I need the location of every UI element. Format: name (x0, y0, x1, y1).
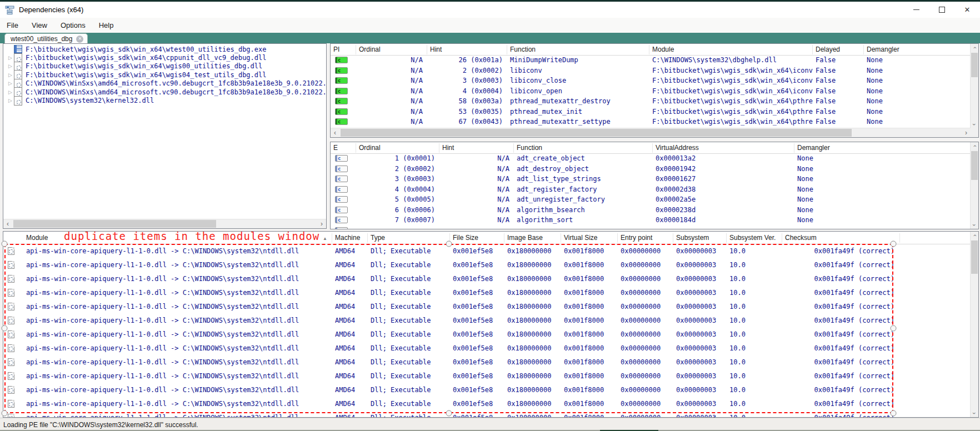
tree-horizontal-scrollbar[interactable]: ‹ › (3, 219, 326, 228)
exports-col-e[interactable]: E (331, 143, 356, 153)
module-row[interactable]: api-ms-win-core-apiquery-l1-1-0.dll -> C… (3, 369, 978, 383)
import-row[interactable]: c N/A 4 (0x0004) libiconv_open F:\bitbuc… (331, 86, 978, 97)
scroll-up-icon[interactable]: › (971, 232, 978, 239)
imports-col-function[interactable]: Function (507, 45, 649, 54)
modules-vertical-scrollbar[interactable]: › › (970, 232, 978, 417)
dll-file-icon (8, 372, 14, 380)
scroll-up-icon[interactable]: › (971, 142, 978, 150)
module-row[interactable]: api-ms-win-core-apiquery-l1-1-0.dll -> C… (3, 285, 978, 299)
menu-item[interactable]: File (0, 21, 25, 29)
scroll-up-icon[interactable]: › (971, 44, 978, 52)
scroll-right-icon[interactable]: › (962, 128, 971, 137)
close-button[interactable]: ✕ (954, 2, 980, 18)
menu-item[interactable]: Options (54, 21, 92, 29)
modules-col-machine[interactable]: Machine (332, 233, 368, 243)
import-row[interactable]: c N/A 67 (0x0043) pthread_mutexattr_sett… (331, 117, 978, 127)
scrollbar-thumb[interactable] (971, 151, 978, 180)
tree-item[interactable]: ▷ F:\bitbucket\wgis\wgis_sdk\win_x64\wgi… (3, 71, 326, 79)
expander-icon[interactable]: ▷ (7, 55, 14, 61)
module-row[interactable]: api-ms-win-core-apiquery-l1-1-1.dll -> C… (3, 410, 978, 418)
tab-wtest00-utilities-dbg[interactable]: wtest00_utilities_dbg ✕ (4, 33, 88, 44)
imports-header: PI Ordinal Hint Function Module Delayed … (331, 44, 978, 56)
imports-col-pi[interactable]: PI (331, 45, 356, 54)
minimize-button[interactable] (903, 2, 929, 18)
tree-item[interactable]: ▷ F:\bitbucket\wgis\wgis_sdk\win_x64\cpp… (3, 53, 326, 62)
scroll-left-icon[interactable]: ‹ (3, 219, 12, 228)
module-row[interactable]: api-ms-win-core-apiquery-l1-1-0.dll -> C… (3, 327, 978, 341)
exports-col-ordinal[interactable]: Ordinal (356, 143, 439, 153)
exports-col-demangler[interactable]: Demangler (794, 143, 978, 153)
imports-horizontal-scrollbar[interactable]: ‹ › (331, 128, 971, 137)
modules-col-filesize[interactable]: File Size (450, 233, 504, 243)
export-row[interactable]: c 2 (0x0002) N/A adt_destroy_object 0x00… (331, 164, 978, 174)
modules-col-checksum[interactable]: Checksum (782, 233, 900, 243)
exports-vertical-scrollbar[interactable]: › › (970, 142, 978, 229)
modules-col-subsystem[interactable]: Subsystem (673, 233, 727, 243)
imports-col-ordinal[interactable]: Ordinal (356, 45, 427, 54)
expander-icon[interactable]: ▷ (7, 72, 14, 78)
expander-icon[interactable]: ▷ (7, 81, 14, 86)
export-row[interactable]: c 3 (0x0003) N/A adt_list_type_strings 0… (331, 174, 978, 184)
imports-rows: c N/A 26 (0x001a) MiniDumpWriteDump C:\W… (331, 55, 978, 129)
import-row[interactable]: c N/A 3 (0x0003) libiconv_close F:\bitbu… (331, 76, 978, 86)
module-row[interactable]: api-ms-win-core-apiquery-l1-1-0.dll -> C… (3, 299, 978, 313)
maximize-button[interactable] (929, 2, 954, 18)
module-row[interactable]: api-ms-win-core-apiquery-l1-1-0.dll -> C… (3, 258, 978, 272)
import-row[interactable]: c N/A 26 (0x001a) MiniDumpWriteDump C:\W… (331, 55, 978, 66)
imports-col-hint[interactable]: Hint (427, 45, 507, 54)
modules-col-entrypoint[interactable]: Entry point (618, 233, 673, 243)
imports-vertical-scrollbar[interactable]: › › (970, 44, 978, 128)
import-demangler: None (864, 108, 978, 116)
scroll-right-icon[interactable]: › (317, 219, 326, 228)
module-row[interactable]: api-ms-win-core-apiquery-l1-1-0.dll -> C… (3, 341, 978, 355)
tree-item[interactable]: ▷ C:\WINDOWS\system32\kernel32.dll (3, 96, 326, 104)
export-row[interactable]: c 1 (0x0001) N/A adt_create_object 0x000… (331, 153, 978, 164)
tree-item[interactable]: ▷ C:\WINDOWS\WinSxs\amd64_microsoft.vc90… (3, 88, 326, 96)
export-row[interactable]: c 4 (0x0004) N/A adt_register_factory 0x… (331, 184, 978, 195)
expander-icon[interactable]: ▷ (7, 63, 14, 69)
export-row[interactable]: c (331, 225, 978, 230)
modules-col-subsystemver[interactable]: Subsystem Ver. (727, 233, 782, 243)
expander-icon[interactable]: ▷ (7, 98, 14, 103)
module-entrypoint: 0x00000000 (618, 372, 673, 380)
module-row[interactable]: api-ms-win-core-apiquery-l1-1-0.dll -> C… (3, 383, 978, 397)
import-row[interactable]: c N/A 53 (0x0035) pthread_mutex_init F:\… (331, 107, 978, 117)
module-row[interactable]: api-ms-win-core-apiquery-l1-1-0.dll -> C… (3, 397, 978, 410)
dll-file-icon (8, 386, 14, 394)
scroll-down-icon[interactable]: › (971, 221, 978, 229)
import-function: libiconv (507, 67, 649, 74)
modules-col-imagebase[interactable]: Image Base (504, 233, 561, 243)
modules-col-virtualsize[interactable]: Virtual Size (561, 233, 618, 243)
imports-col-module[interactable]: Module (649, 45, 813, 54)
exports-col-function[interactable]: Function (514, 143, 653, 153)
menu-item[interactable]: View (25, 21, 54, 29)
exports-col-hint[interactable]: Hint (439, 143, 514, 153)
tree-item[interactable]: ▷ C:\WINDOWS\WinSxs\amd64_microsoft.vc90… (3, 79, 326, 88)
module-row[interactable]: api-ms-win-core-apiquery-l1-1-0.dll -> C… (3, 355, 978, 369)
tree-item[interactable]: ▷ F:\bitbucket\wgis\wgis_sdk\win_x64\wgi… (3, 62, 326, 71)
scrollbar-thumb[interactable] (971, 240, 978, 274)
import-row[interactable]: c N/A 2 (0x0002) libiconv F:\bitbucket\w… (331, 66, 978, 76)
tab-close-icon[interactable]: ✕ (76, 36, 83, 43)
module-row[interactable]: api-ms-win-core-apiquery-l1-1-0.dll -> C… (3, 313, 978, 327)
module-row[interactable]: api-ms-win-core-apiquery-l1-1-0.dll -> C… (3, 244, 978, 258)
scrollbar-thumb[interactable] (971, 53, 978, 77)
expander-icon[interactable]: ▷ (7, 89, 14, 95)
scroll-down-icon[interactable]: › (971, 409, 978, 417)
scroll-down-icon[interactable]: › (971, 121, 978, 128)
menu-item[interactable]: Help (92, 21, 121, 29)
scroll-left-icon[interactable]: ‹ (331, 128, 339, 137)
exports-col-virtualaddress[interactable]: VirtualAddress (653, 143, 794, 153)
imports-col-demangler[interactable]: Demangler (864, 45, 978, 54)
scrollbar-thumb[interactable] (13, 220, 216, 228)
module-row[interactable]: api-ms-win-core-apiquery-l1-1-0.dll -> C… (3, 272, 978, 285)
imports-col-delayed[interactable]: Delayed (813, 45, 864, 54)
module-subsystemver: 10.0 (727, 400, 782, 408)
export-row[interactable]: c 5 (0x0005) N/A adt_unregister_factory … (331, 194, 978, 205)
modules-col-type[interactable]: Type (368, 233, 450, 243)
import-row[interactable]: c N/A 58 (0x003a) pthread_mutexattr_dest… (331, 96, 978, 107)
scrollbar-thumb[interactable] (341, 129, 852, 137)
tree-item[interactable]: F:\bitbucket\wgis\wgis_sdk\win_x64\wtest… (3, 45, 326, 53)
export-row[interactable]: c 7 (0x0007) N/A algorithm_sort 0x000018… (331, 215, 978, 225)
export-row[interactable]: c 6 (0x0006) N/A algorithm_bsearch 0x000… (331, 205, 978, 216)
